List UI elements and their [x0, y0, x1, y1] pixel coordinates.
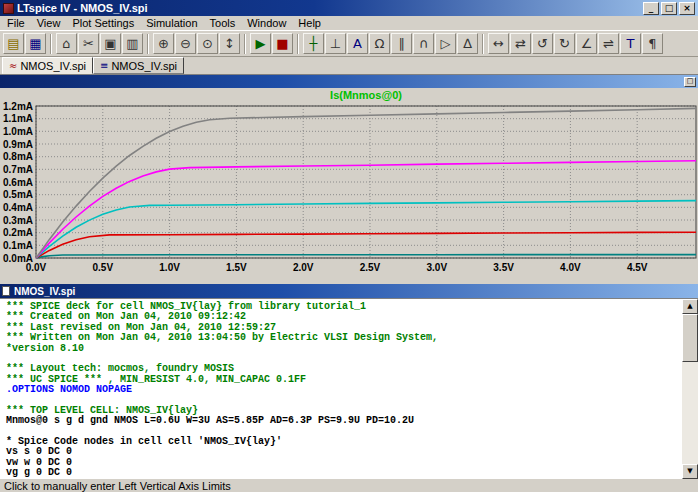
copy-icon[interactable]: ▣ — [100, 33, 121, 54]
save-icon[interactable]: ▦ — [25, 33, 46, 54]
status-text: Click to manually enter Left Vertical Ax… — [4, 480, 231, 492]
component-icon[interactable]: ∆ — [457, 33, 478, 54]
minimize-button[interactable]: _ — [643, 2, 659, 15]
scroll-up-button[interactable]: ▲ — [682, 299, 698, 314]
control-panel-icon[interactable]: ⌂ — [56, 33, 77, 54]
netlist-pane-title: NMOS_IV.spi — [14, 286, 75, 297]
menu-plot-settings[interactable]: Plot Settings — [66, 16, 140, 31]
scroll-down-button[interactable]: ▼ — [682, 464, 698, 479]
toolbar-separator — [244, 34, 246, 54]
run-icon[interactable]: ▶ — [250, 33, 271, 54]
mirror-icon[interactable]: ⇌ — [598, 33, 619, 54]
svg-text:1.0V: 1.0V — [159, 262, 180, 273]
halt-icon[interactable]: ■ — [272, 33, 293, 54]
svg-text:2.5V: 2.5V — [360, 262, 381, 273]
tab-waveform[interactable]: ≈NMOS_IV.spi — [2, 57, 93, 74]
menu-window[interactable]: Window — [241, 16, 292, 31]
svg-text:0.5V: 0.5V — [93, 262, 114, 273]
spice-directive-icon[interactable]: ¶ — [642, 33, 663, 54]
ltspice-window: LTspice IV - NMOS_IV.spi _ □ × FileViewP… — [0, 0, 698, 492]
svg-text:0.9mA: 0.9mA — [3, 139, 33, 150]
svg-text:0.2mA: 0.2mA — [3, 227, 33, 238]
netlist-tab-icon: ≡ — [100, 60, 108, 71]
diode-icon[interactable]: ▷ — [435, 33, 456, 54]
move-icon[interactable]: ↔ — [488, 33, 509, 54]
tab-label: NMOS_IV.spi — [111, 60, 177, 72]
svg-text:2.0V: 2.0V — [293, 262, 314, 273]
tab-label: NMOS_IV.spi — [20, 60, 86, 72]
svg-text:1.1mA: 1.1mA — [3, 113, 33, 124]
open-file-icon[interactable]: ▤ — [3, 33, 24, 54]
netlist-line: * Spice Code nodes in cell cell 'NMOS_IV… — [6, 437, 682, 447]
netlist-line: vg g 0 DC 0 — [6, 468, 682, 478]
svg-text:1.5V: 1.5V — [226, 262, 247, 273]
scrollbar-thumb[interactable] — [682, 314, 698, 362]
document-icon — [2, 286, 10, 296]
menu-help[interactable]: Help — [292, 16, 327, 31]
tab-bar: ≈NMOS_IV.spi≡NMOS_IV.spi — [0, 57, 698, 75]
rotate-icon[interactable]: ∠ — [576, 33, 597, 54]
waveform-pane-restore-button[interactable]: □ — [684, 77, 696, 87]
menu-tools[interactable]: Tools — [204, 16, 242, 31]
toolbar-separator — [482, 34, 484, 54]
svg-text:0.4mA: 0.4mA — [3, 202, 33, 213]
autorange-icon[interactable]: ↕ — [219, 33, 240, 54]
netlist-line: Mnmos@0 s g d gnd NMOS L=0.6U W=3U AS=5.… — [6, 416, 682, 426]
zoom-area-icon[interactable]: ⊕ — [153, 33, 174, 54]
paste-icon[interactable]: ▥ — [122, 33, 143, 54]
close-button[interactable]: × — [679, 2, 695, 15]
drag-icon[interactable]: ⇄ — [510, 33, 531, 54]
window-titlebar[interactable]: LTspice IV - NMOS_IV.spi _ □ × — [0, 0, 698, 16]
iv-curves-chart[interactable]: 0.0mA0.1mA0.2mA0.3mA0.4mA0.5mA0.6mA0.7mA… — [0, 88, 698, 281]
netlist-line: vs s 0 DC 0 — [6, 447, 682, 457]
netlist-line: .OPTIONS NOMOD NOPAGE — [6, 385, 682, 395]
zoom-full-extents-icon[interactable]: ⊙ — [197, 33, 218, 54]
menu-simulation[interactable]: Simulation — [140, 16, 203, 31]
toolbar-separator — [297, 34, 299, 54]
waveform-plot[interactable]: 0.0mA0.1mA0.2mA0.3mA0.4mA0.5mA0.6mA0.7mA… — [0, 88, 698, 281]
undo-icon[interactable]: ↺ — [532, 33, 553, 54]
wire-icon[interactable]: ┼ — [303, 33, 324, 54]
window-controls: _ □ × — [643, 2, 695, 15]
netlist-line: *version 8.10 — [6, 344, 682, 354]
netlist-pane-titlebar[interactable]: NMOS_IV.spi — [0, 284, 698, 298]
plot-trace-label[interactable]: Is(Mnmos@0) — [330, 89, 402, 101]
app-icon — [3, 3, 14, 14]
svg-text:4.5V: 4.5V — [627, 262, 648, 273]
waveform-tab-icon: ≈ — [9, 60, 17, 71]
menu-view[interactable]: View — [31, 16, 67, 31]
svg-text:4.0V: 4.0V — [560, 262, 581, 273]
vertical-scrollbar[interactable]: ▲ ▼ — [682, 299, 698, 479]
menu-file[interactable]: File — [1, 16, 31, 31]
status-bar: Click to manually enter Left Vertical Ax… — [0, 478, 698, 492]
svg-text:0.7mA: 0.7mA — [3, 164, 33, 175]
svg-text:0.1mA: 0.1mA — [3, 240, 33, 251]
capacitor-icon[interactable]: ∥ — [391, 33, 412, 54]
menu-bar: FileViewPlot SettingsSimulationToolsWind… — [0, 16, 698, 31]
zoom-back-icon[interactable]: ⊖ — [175, 33, 196, 54]
svg-text:0.3mA: 0.3mA — [3, 215, 33, 226]
text-icon[interactable]: T — [620, 33, 641, 54]
toolbar: ▤▦⌂✂▣▥⊕⊖⊙↕▶■┼⊥AΩ∥∩▷∆↔⇄↺↻∠⇌T¶ — [0, 31, 698, 57]
toolbar-separator — [50, 34, 52, 54]
window-title: LTspice IV - NMOS_IV.spi — [17, 2, 640, 14]
svg-text:3.5V: 3.5V — [493, 262, 514, 273]
waveform-pane-titlebar[interactable]: □ — [0, 75, 698, 88]
netlist-text[interactable]: *** SPICE deck for cell NMOS_IV{lay} fro… — [0, 299, 682, 478]
resistor-icon[interactable]: Ω — [369, 33, 390, 54]
netlist-editor[interactable]: *** SPICE deck for cell NMOS_IV{lay} fro… — [0, 298, 698, 478]
netlist-line: *** Written on Mon Jan 04, 2010 13:04:50… — [6, 333, 682, 343]
tab-netlist[interactable]: ≡NMOS_IV.spi — [93, 57, 184, 74]
ground-icon[interactable]: ⊥ — [325, 33, 346, 54]
svg-text:1.2mA: 1.2mA — [3, 101, 33, 112]
cut-icon[interactable]: ✂ — [78, 33, 99, 54]
svg-text:0.8mA: 0.8mA — [3, 151, 33, 162]
maximize-button[interactable]: □ — [661, 2, 677, 15]
svg-text:0.5mA: 0.5mA — [3, 189, 33, 200]
toolbar-separator — [147, 34, 149, 54]
svg-text:1.0mA: 1.0mA — [3, 126, 33, 137]
inductor-icon[interactable]: ∩ — [413, 33, 434, 54]
redo-icon[interactable]: ↻ — [554, 33, 575, 54]
label-net-icon[interactable]: A — [347, 33, 368, 54]
svg-text:0.0V: 0.0V — [26, 262, 47, 273]
